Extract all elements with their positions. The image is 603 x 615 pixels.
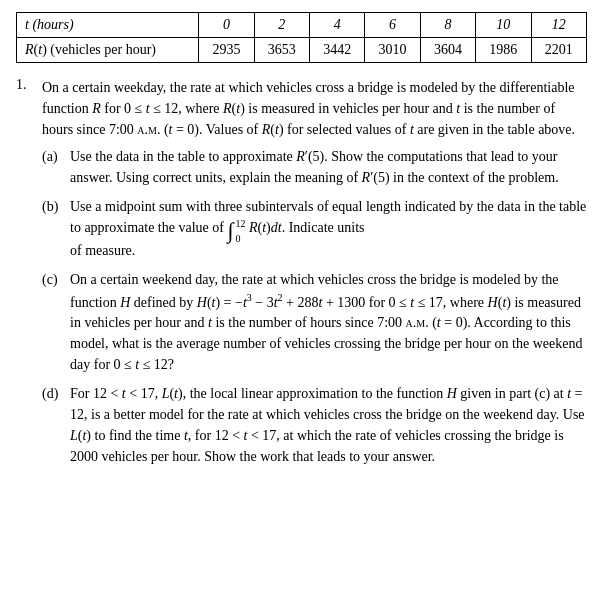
part-c-label: (c) [42, 269, 64, 376]
sub-parts-list: (a) Use the data in the table to approxi… [42, 146, 587, 467]
integral-expression: ∫ 12 0 [227, 218, 245, 240]
table-header-10: 10 [476, 13, 531, 38]
table-cell-12: 2201 [531, 38, 586, 63]
table-cell-8: 3604 [420, 38, 475, 63]
table-cell-6: 3010 [365, 38, 420, 63]
integral-symbol: ∫ [227, 220, 233, 242]
problem-intro: On a certain weekday, the rate at which … [42, 77, 587, 140]
table-cell-0: 2935 [199, 38, 254, 63]
table-header-t: t (hours) [17, 13, 199, 38]
part-a-content: Use the data in the table to approximate… [70, 146, 587, 188]
part-a-label: (a) [42, 146, 64, 188]
table-cell-2: 3653 [254, 38, 309, 63]
integrand: R [249, 220, 258, 235]
problem-number: 1. [16, 77, 36, 475]
part-b-label: (b) [42, 196, 64, 261]
part-c-item: (c) On a certain weekend day, the rate a… [42, 269, 587, 376]
integral-limits: 12 0 [235, 218, 245, 240]
part-c-content: On a certain weekend day, the rate at wh… [70, 269, 587, 376]
part-d-content: For 12 < t < 17, L(t), the local linear … [70, 383, 587, 467]
table-header-4: 4 [310, 13, 365, 38]
table-header-6: 6 [365, 13, 420, 38]
part-d-item: (d) For 12 < t < 17, L(t), the local lin… [42, 383, 587, 467]
part-d-label: (d) [42, 383, 64, 467]
data-table: t (hours) 0 2 4 6 8 10 12 R(t) (vehicles… [16, 12, 587, 63]
integral-lower: 0 [235, 233, 240, 244]
table-header-12: 12 [531, 13, 586, 38]
part-b-item: (b) Use a midpoint sum with three subint… [42, 196, 587, 261]
problem-content: On a certain weekday, the rate at which … [42, 77, 587, 475]
table-header-0: 0 [199, 13, 254, 38]
table-header-8: 8 [420, 13, 475, 38]
part-a-item: (a) Use the data in the table to approxi… [42, 146, 587, 188]
problem-1: 1. On a certain weekday, the rate at whi… [16, 77, 587, 475]
table-cell-10: 1986 [476, 38, 531, 63]
table-cell-4: 3442 [310, 38, 365, 63]
part-b-content: Use a midpoint sum with three subinterva… [70, 196, 587, 261]
integral-upper: 12 [235, 218, 245, 229]
table-header-2: 2 [254, 13, 309, 38]
table-row-label: R(t) (vehicles per hour) [17, 38, 199, 63]
